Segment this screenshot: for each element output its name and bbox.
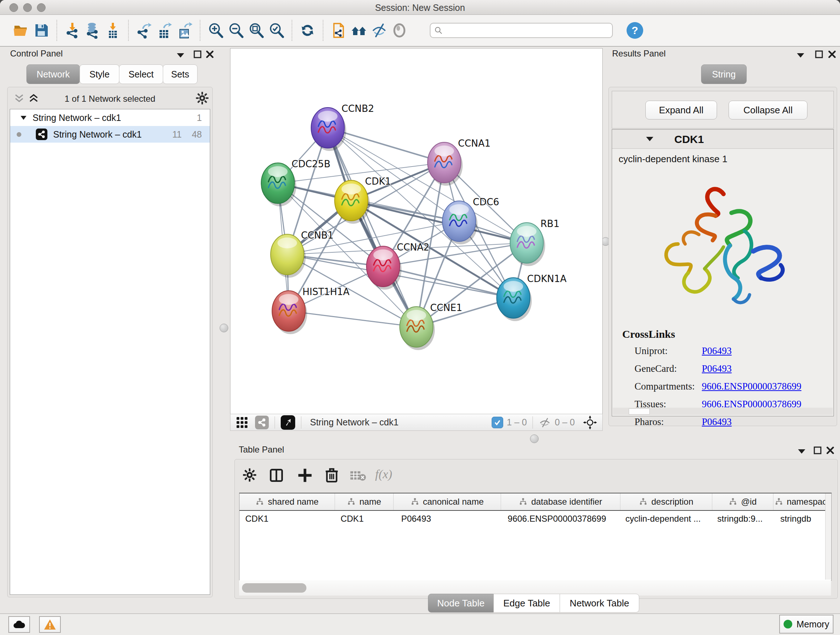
crosslink-value-link[interactable]: P06493 xyxy=(702,345,732,356)
gene-disclosure-icon[interactable] xyxy=(645,136,654,142)
control-panel-tabs: NetworkStyleSelectSets xyxy=(27,65,197,84)
left-splitter-handle[interactable] xyxy=(219,324,228,333)
network-row-selected[interactable]: String Network – cdk1 11 48 xyxy=(10,126,210,143)
table-cell[interactable]: P06493 xyxy=(395,511,502,527)
column-header-description[interactable]: description xyxy=(621,494,712,510)
import-network-from-database-button[interactable] xyxy=(82,19,103,42)
column-header--id[interactable]: @id xyxy=(712,494,774,510)
node-CCNB1[interactable]: CCNB1 xyxy=(271,230,333,278)
node-CDC6[interactable]: CDC6 xyxy=(442,196,499,244)
refresh-button[interactable] xyxy=(297,19,317,42)
node-CDKN1A[interactable]: CDKN1A xyxy=(497,273,567,321)
results-panel-collapse-icon[interactable] xyxy=(796,52,805,58)
memory-button[interactable]: Memory xyxy=(779,615,834,633)
column-header-database-identifier[interactable]: database identifier xyxy=(501,494,621,510)
table-hscrollbar[interactable] xyxy=(239,580,831,595)
horizontal-splitter-handle[interactable] xyxy=(530,434,538,443)
column-header-canonical-name[interactable]: canonical name xyxy=(393,494,501,510)
gene-card-header[interactable]: CDK1 xyxy=(612,130,834,149)
column-header-shared-name[interactable]: shared name xyxy=(240,494,335,510)
warning-button[interactable] xyxy=(39,616,61,633)
export-image-button[interactable] xyxy=(174,19,195,42)
save-session-button[interactable] xyxy=(31,19,51,42)
split-columns-icon[interactable] xyxy=(269,467,284,483)
hide-unselected-button[interactable] xyxy=(369,19,389,42)
table-settings-gear-icon[interactable] xyxy=(243,468,256,482)
tab-string[interactable]: String xyxy=(701,65,747,84)
table-vscrollbar[interactable] xyxy=(825,494,831,580)
node-CCNB2[interactable]: CCNB2 xyxy=(311,103,374,151)
network-canvas[interactable]: CCNB2CCNA1CDC25BCDK1CDC6RB1CCNB1CCNA2CDK… xyxy=(230,48,603,415)
import-network-from-file-button[interactable] xyxy=(62,19,82,42)
control-panel-float-icon[interactable] xyxy=(193,50,202,59)
table-panel-collapse-icon[interactable] xyxy=(797,448,806,454)
table-row[interactable]: CDK1CDK1P064939606.ENSP00000378699cyclin… xyxy=(240,511,831,527)
crosslink-value-link[interactable]: P06493 xyxy=(702,416,732,428)
share-document-button[interactable] xyxy=(328,19,349,42)
search-input[interactable] xyxy=(430,23,613,38)
table-cell[interactable]: cyclin-dependent ... xyxy=(620,511,712,527)
column-header-name[interactable]: name xyxy=(335,494,393,510)
crosslink-value-link[interactable]: P06493 xyxy=(702,363,732,374)
birdseye-view-icon[interactable] xyxy=(255,416,269,429)
network-collection-row[interactable]: String Network – cdk1 1 xyxy=(10,109,210,126)
zoom-selected-button[interactable] xyxy=(266,19,286,42)
string-home-button[interactable] xyxy=(349,19,369,42)
delete-column-icon[interactable] xyxy=(325,467,339,483)
results-panel-close-icon[interactable] xyxy=(828,50,836,59)
memory-status-dot xyxy=(783,620,792,629)
collapse-all-button[interactable]: Collapse All xyxy=(729,101,807,119)
cloud-button[interactable] xyxy=(8,616,30,633)
table-hscrollbar-thumb[interactable] xyxy=(242,583,306,593)
zoom-in-button[interactable] xyxy=(205,19,226,42)
results-hscrollbar-thumb[interactable] xyxy=(629,409,650,415)
node-RB1[interactable]: RB1 xyxy=(510,218,559,266)
tab-sets[interactable]: Sets xyxy=(163,65,197,84)
table-panel-float-icon[interactable] xyxy=(813,446,822,455)
network-graph[interactable]: CCNB2CCNA1CDC25BCDK1CDC6RB1CCNB1CCNA2CDK… xyxy=(231,49,602,414)
toolbar-separator xyxy=(57,20,57,41)
column-header-namespac[interactable]: namespac xyxy=(774,494,828,510)
pan-crosshair-icon[interactable] xyxy=(583,415,597,430)
table-panel-close-icon[interactable] xyxy=(826,446,835,455)
selected-checkbox-icon[interactable] xyxy=(492,417,503,428)
table-cell[interactable]: stringdb:9... xyxy=(712,511,775,527)
tab-node-table[interactable]: Node Table xyxy=(428,594,494,613)
network-options-gear-icon[interactable] xyxy=(196,92,209,105)
node-table[interactable]: shared namenamecanonical namedatabase id… xyxy=(239,493,832,581)
highlight-button[interactable] xyxy=(389,19,409,42)
node-CCNA1[interactable]: CCNA1 xyxy=(428,138,491,186)
node-CDC25B[interactable]: CDC25B xyxy=(261,158,330,206)
zoom-out-button[interactable] xyxy=(226,19,246,42)
fit-content-button[interactable] xyxy=(246,19,266,42)
crosslink-value-link[interactable]: 9606.ENSP00000378699 xyxy=(702,381,801,392)
tab-style[interactable]: Style xyxy=(80,65,119,84)
open-session-button[interactable] xyxy=(11,19,31,42)
results-hscrollbar[interactable] xyxy=(613,408,833,415)
collection-disclosure-icon[interactable] xyxy=(20,115,27,120)
add-column-icon[interactable] xyxy=(297,467,313,483)
import-table-from-file-button[interactable] xyxy=(103,19,123,42)
node-HIST1H1A[interactable]: HIST1H1A xyxy=(272,287,349,334)
export-network-button[interactable] xyxy=(134,19,154,42)
table-cell[interactable]: CDK1 xyxy=(335,511,395,527)
expand-all-button[interactable]: Expand All xyxy=(645,101,717,119)
table-cell[interactable]: 9606.ENSP00000378699 xyxy=(502,511,620,527)
tab-edge-table[interactable]: Edge Table xyxy=(493,594,560,613)
node-CDK1[interactable]: CDK1 xyxy=(335,176,391,224)
grid-view-icon[interactable] xyxy=(235,416,248,429)
node-CCNA2[interactable]: CCNA2 xyxy=(366,242,429,290)
control-panel-collapse-icon[interactable] xyxy=(176,52,185,58)
export-table-button[interactable] xyxy=(154,19,174,42)
node-CCNE1[interactable]: CCNE1 xyxy=(400,302,462,350)
tab-select[interactable]: Select xyxy=(119,65,163,84)
tab-network[interactable]: Network xyxy=(27,65,80,84)
results-panel-float-icon[interactable] xyxy=(815,50,823,59)
tab-network-table[interactable]: Network Table xyxy=(560,594,639,613)
fit-selected-arrow-icon[interactable] xyxy=(281,415,295,430)
help-icon[interactable]: ? xyxy=(627,22,643,39)
edge-HIST1H1A-CCNE1[interactable] xyxy=(289,311,416,327)
table-cell[interactable]: stringdb xyxy=(775,511,831,527)
table-cell[interactable]: CDK1 xyxy=(240,511,335,527)
control-panel-close-icon[interactable] xyxy=(205,50,214,59)
